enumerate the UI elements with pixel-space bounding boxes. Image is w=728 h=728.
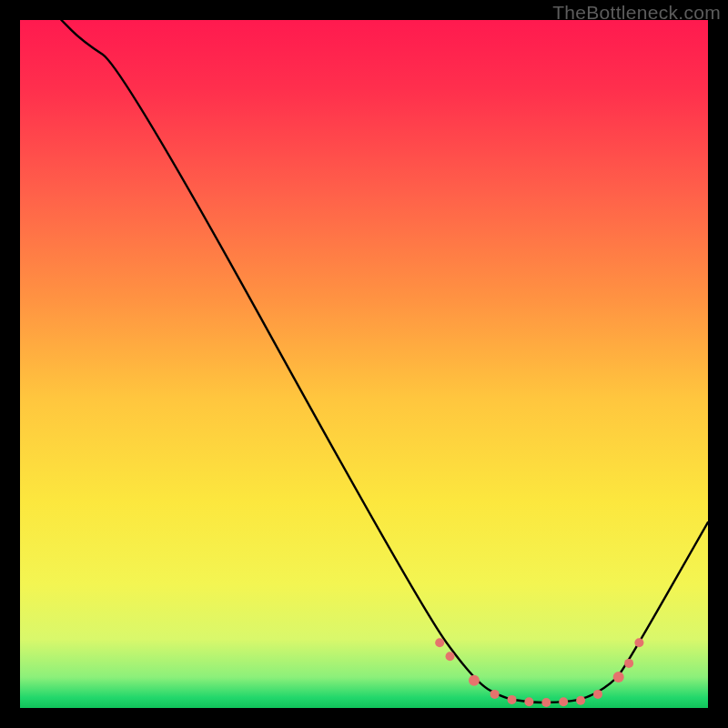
marker-dot: [469, 675, 480, 686]
plot-area: [20, 20, 708, 708]
marker-dot: [613, 672, 624, 682]
chart-stage: TheBottleneck.com: [0, 0, 728, 728]
plot-svg: [20, 20, 708, 708]
marker-dot: [559, 697, 568, 706]
attribution-text: TheBottleneck.com: [552, 2, 721, 24]
marker-dot: [541, 698, 551, 707]
marker-dot: [490, 690, 500, 699]
marker-dot: [435, 638, 444, 647]
gradient-background: [20, 20, 708, 708]
marker-dot: [508, 695, 517, 704]
marker-dot: [634, 638, 643, 647]
marker-dot: [593, 690, 602, 699]
marker-dot: [524, 697, 533, 706]
marker-dot: [446, 652, 455, 661]
marker-dot: [624, 659, 633, 668]
marker-dot: [576, 696, 585, 705]
